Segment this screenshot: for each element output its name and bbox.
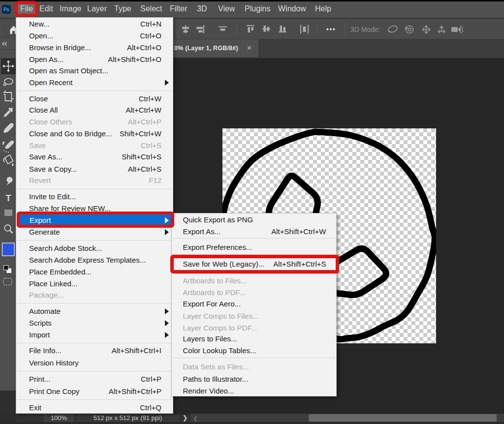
svg-text:T: T bbox=[5, 193, 11, 203]
svg-text:3D Mode:: 3D Mode: bbox=[350, 26, 380, 33]
svg-text:Ps: Ps bbox=[3, 7, 10, 12]
